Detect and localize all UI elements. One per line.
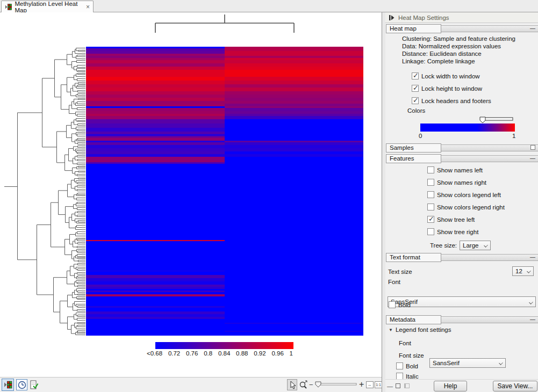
fit-width-button[interactable]: ↔ xyxy=(366,381,374,388)
checkbox-label: Bold xyxy=(398,302,411,308)
chevron-down-icon xyxy=(529,300,533,304)
checkbox-label: Show tree left xyxy=(437,216,475,223)
checkbox-label: Show colors legend left xyxy=(437,192,501,198)
tick-label: <0.68 xyxy=(147,350,162,357)
zoom-slider[interactable] xyxy=(314,380,357,389)
feature-dendrogram xyxy=(0,47,86,336)
lock-headers-checkbox[interactable] xyxy=(412,97,419,104)
info-data: Data: Normalized expression values xyxy=(402,43,501,49)
collapse-panel-icon[interactable] xyxy=(389,15,394,20)
tab-methylation-heat-map[interactable]: Methylation Level Heat Map × xyxy=(1,1,94,12)
section-header-heat-map[interactable]: Heat map — xyxy=(385,24,538,33)
info-clustering: Clustering: Sample and feature clusterin… xyxy=(402,35,515,42)
zoom-out-button[interactable]: − xyxy=(309,381,313,389)
text-size-value: 12 xyxy=(515,268,522,274)
section-strip xyxy=(441,155,538,162)
panel-splitter[interactable] xyxy=(382,12,385,392)
heatmap-view-button[interactable] xyxy=(2,379,14,391)
bold-row: Bold xyxy=(389,301,411,308)
section-strip xyxy=(441,25,538,32)
collapse-section-icon[interactable]: — xyxy=(530,315,535,323)
checkbox-label: Show names left xyxy=(437,167,483,173)
tree-size-row: Tree size: Large xyxy=(430,241,491,250)
color-range-handles[interactable] xyxy=(418,117,525,124)
save-view-button[interactable]: Save View... xyxy=(493,381,537,391)
show-names-left-checkbox[interactable] xyxy=(427,166,434,173)
settings-panel-header: Heat Map Settings xyxy=(385,12,538,23)
show-names-right-checkbox[interactable] xyxy=(427,179,434,186)
minimize-panel-icon[interactable]: — xyxy=(387,383,393,389)
color-gradient-bar[interactable] xyxy=(420,124,515,132)
one-to-one-button[interactable]: 1:1 xyxy=(375,381,382,388)
report-check-icon xyxy=(30,380,39,390)
chevron-down-icon xyxy=(499,361,503,365)
section-header-features[interactable]: Features — xyxy=(385,154,538,163)
checkbox-label: Bold xyxy=(406,363,418,369)
one-to-one-icon: 1:1 xyxy=(376,383,381,387)
section-strip xyxy=(441,316,538,323)
font-label: Font xyxy=(388,279,400,285)
text-size-dropdown[interactable]: 12 xyxy=(512,266,534,276)
tick-label: 0.88 xyxy=(236,350,248,357)
zoom-in-button[interactable]: + xyxy=(359,380,364,389)
lock-width-checkbox[interactable] xyxy=(412,72,419,79)
show-tree-left-checkbox[interactable] xyxy=(427,216,434,223)
expand-section-icon[interactable] xyxy=(530,145,535,150)
maximize-panel-icon[interactable] xyxy=(396,383,400,388)
panel-bottom-bar: — Help Save View... xyxy=(385,379,538,392)
tree-size-label: Tree size: xyxy=(430,242,457,249)
tab-title: Methylation Level Heat Map xyxy=(15,1,83,13)
dock-panel-icon xyxy=(404,383,410,388)
pan-cursor-tool[interactable] xyxy=(287,379,297,390)
show-colors-legend-right-checkbox[interactable] xyxy=(427,204,434,210)
section-header-text-format[interactable]: Text format — xyxy=(385,253,538,262)
magnifier-icon xyxy=(299,380,308,389)
collapse-section-icon[interactable]: — xyxy=(530,154,535,162)
show-tree-right-row: Show tree right xyxy=(427,228,478,235)
section-header-metadata[interactable]: Metadata — xyxy=(385,315,538,324)
tree-size-value: Large xyxy=(463,242,478,249)
lock-height-checkbox[interactable] xyxy=(412,85,419,92)
show-tree-right-checkbox[interactable] xyxy=(427,228,434,235)
lock-height-row: Lock height to window xyxy=(412,85,482,92)
show-colors-legend-left-checkbox[interactable] xyxy=(427,191,434,198)
heatmap-tab-icon xyxy=(5,3,12,11)
color-scale-ticks: <0.68 0.72 0.76 0.8 0.84 0.88 0.92 0.96 … xyxy=(147,350,293,357)
collapse-section-icon[interactable]: — xyxy=(530,24,535,32)
tab-close-icon[interactable]: × xyxy=(86,4,90,10)
zoom-tool[interactable] xyxy=(298,379,309,390)
application-window: Methylation Level Heat Map × Met_lev_tra… xyxy=(0,0,538,392)
tree-size-dropdown[interactable]: Large xyxy=(460,241,491,250)
help-button[interactable]: Help xyxy=(434,381,467,391)
lock-width-row: Lock width to window xyxy=(412,72,480,79)
bold-checkbox[interactable] xyxy=(389,301,396,308)
section-strip xyxy=(441,144,538,151)
legend-bold-row: Bold xyxy=(396,362,418,369)
collapse-section-icon[interactable]: — xyxy=(530,253,535,261)
checkbox-label: Lock width to window xyxy=(421,73,480,79)
disclosure-triangle-icon: ▼ xyxy=(389,328,393,332)
section-header-samples[interactable]: Samples xyxy=(385,143,538,153)
history-view-button[interactable] xyxy=(16,379,27,390)
section-title: Samples xyxy=(386,143,441,153)
show-tree-left-row: Show tree left xyxy=(427,216,475,223)
show-colors-legend-right-row: Show colors legend right xyxy=(427,204,505,210)
tick-label: 1 xyxy=(290,350,293,357)
fit-width-icon: ↔ xyxy=(368,383,372,387)
info-linkage: Linkage: Complete linkage xyxy=(402,58,475,64)
checkbox-label: Lock height to window xyxy=(421,85,482,92)
legend-font-dropdown[interactable]: SansSerif xyxy=(429,358,506,368)
tick-label: 0.72 xyxy=(168,350,180,357)
tick-label: 0.84 xyxy=(218,350,230,357)
heatmap-canvas[interactable] xyxy=(86,47,363,336)
section-title: Features xyxy=(386,154,441,163)
legend-font-settings-title: Legend font settings xyxy=(396,326,451,333)
color-scale-bar xyxy=(155,342,293,349)
legend-bold-checkbox[interactable] xyxy=(396,362,403,369)
tick-label: 0.96 xyxy=(271,350,283,357)
element-info-view-button[interactable] xyxy=(28,379,40,390)
section-title: Metadata xyxy=(386,315,441,324)
sample-dendrogram xyxy=(0,13,382,35)
colors-label: Colors xyxy=(407,107,425,114)
legend-font-settings-header[interactable]: ▼ Legend font settings xyxy=(389,326,451,333)
